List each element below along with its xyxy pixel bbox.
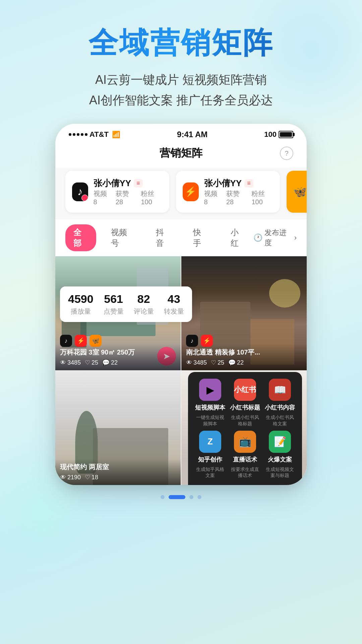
- tab-kuaishou[interactable]: 快手: [185, 224, 216, 251]
- account-name-2: 张小倩YY: [204, 177, 242, 189]
- stat-likes-2: 获赞 28: [226, 189, 245, 206]
- account-stats-2: 视频 8 获赞 28 粉丝 100: [204, 189, 274, 206]
- tab-shipinhao[interactable]: 视频号: [103, 224, 141, 251]
- signal-dot-3: [77, 133, 79, 136]
- ai-tool-zhihu[interactable]: Z 知乎创作 生成知乎风格文案: [195, 431, 226, 478]
- dot-1[interactable]: [161, 495, 165, 499]
- account-top-2: ⚡ 张小倩YY ≡ 视频 8 获赞 28 粉丝 100: [183, 177, 273, 206]
- video-comments-2: 💬 22: [228, 359, 244, 366]
- account-info-2: 张小倩YY ≡ 视频 8 获赞 28 粉丝 100: [204, 177, 274, 206]
- stat-plays-label: 播放量: [68, 307, 94, 316]
- comments-num-2: 22: [237, 359, 244, 366]
- views-num-2: 3485: [193, 359, 207, 366]
- ai-tool-xiaohongshu-content[interactable]: 📖 小红书内容 生成小红书风格文案: [264, 379, 295, 426]
- eye-icon-2: 👁: [186, 359, 192, 366]
- video-info-1: 万科花园 3室 90㎡ 250万 👁 3485 ♡ 25 💬: [55, 344, 181, 370]
- account-avatar-1: ♪: [72, 182, 88, 201]
- video-info-2: 南北通透 精装修 107平... 👁 3485 ♡ 25 💬: [181, 344, 307, 370]
- stat-comments: 82 评论量: [134, 292, 154, 316]
- stat-likes-label: 点赞量: [104, 307, 124, 316]
- publish-progress-label: 发布进度: [264, 228, 292, 248]
- accounts-scroll[interactable]: ♪ 张小倩YY ≡ 视频 8 获赞 28 粉丝 100: [55, 167, 307, 219]
- tab-douyin[interactable]: 抖音: [148, 224, 179, 251]
- ai-tool-viral-copy[interactable]: 📝 火爆文案 生成短视频文案与标题: [264, 431, 295, 478]
- video-views-3: 👁 2190: [60, 474, 81, 481]
- clock-icon: 🕐: [253, 233, 262, 242]
- carrier-label: AT&T: [89, 130, 109, 139]
- platform-tag-1: ≡: [134, 179, 143, 187]
- account-name-row-1: 张小倩YY ≡: [94, 177, 163, 189]
- comment-icon-1: 💬: [102, 359, 110, 366]
- comments-num-1: 22: [111, 359, 118, 366]
- signal-dot-1: [69, 133, 71, 136]
- views-num-3: 2190: [67, 474, 81, 481]
- ai-icon-live-script: 📺: [234, 431, 256, 453]
- video-likes-1: ♡ 25: [85, 359, 98, 366]
- stat-comments-label: 评论量: [134, 307, 154, 316]
- heart-icon-3: ♡: [85, 474, 90, 481]
- heart-icon-2: ♡: [211, 359, 216, 366]
- status-left: AT&T 📶: [69, 130, 120, 139]
- stat-shares-label: 转发量: [164, 307, 184, 316]
- account-top-1: ♪ 张小倩YY ≡ 视频 8 获赞 28 粉丝 100: [72, 177, 163, 206]
- eye-icon-1: 👁: [60, 359, 66, 366]
- battery-fill: [280, 132, 292, 137]
- ai-tool-name-1: 短视频脚本: [195, 404, 225, 412]
- stat-likes-num: 561: [104, 292, 124, 306]
- account-card-3[interactable]: 🦋: [287, 171, 307, 213]
- video-stats-1: 👁 3485 ♡ 25 💬 22: [60, 359, 176, 366]
- main-title: 全域营销矩阵: [20, 27, 342, 59]
- platform-tag-2: ≡: [244, 179, 253, 187]
- kuaishou-icon: ⚡: [185, 186, 196, 197]
- video-likes-2: ♡ 25: [211, 359, 224, 366]
- tab-all[interactable]: 全部: [65, 224, 96, 251]
- ai-icon-xiaohongshu-content: 📖: [269, 379, 291, 401]
- video-stats-3: 👁 2190 ♡ 18: [60, 474, 176, 481]
- likes-num-1: 25: [92, 359, 98, 366]
- filter-section: 全部 视频号 抖音 快手 小红 🕐 发布进度 ›: [55, 219, 307, 256]
- ai-tool-video-script[interactable]: ▶ 短视频脚本 一键生成短视频脚本: [195, 379, 226, 426]
- ai-tool-live-script[interactable]: 📺 直播话术 按要求生成直播话术: [230, 431, 260, 478]
- phone-wrapper: AT&T 📶 9:41 AM 100 营销矩阵 ? ♪: [0, 124, 362, 485]
- video-likes-3: ♡ 18: [85, 474, 98, 481]
- stat-fans-1: 粉丝 100: [141, 189, 163, 206]
- chevron-right-icon: ›: [294, 233, 297, 242]
- stat-likes-1: 获赞 28: [116, 189, 134, 206]
- video-views-1: 👁 3485: [60, 359, 81, 366]
- publish-progress[interactable]: 🕐 发布进度 ›: [253, 228, 297, 248]
- ai-tool-name-5: 直播话术: [233, 455, 257, 464]
- ai-tool-desc-2: 生成小红书风格标题: [230, 414, 260, 426]
- battery-icon: [279, 131, 293, 138]
- page-title: 营销矩阵: [160, 146, 202, 161]
- moon-shape: [269, 279, 301, 308]
- video-card-3[interactable]: 现代简约 两居室 👁 2190 ♡ 18: [55, 371, 181, 485]
- dot-3[interactable]: [189, 495, 193, 499]
- ai-tool-xiaohongshu-title[interactable]: 小红书 小红书标题 生成小红书风格标题: [230, 379, 260, 426]
- ai-tool-name-3: 小红书内容: [265, 404, 295, 412]
- stat-comments-num: 82: [134, 292, 154, 306]
- account-stats-1: 视频 8 获赞 28 粉丝 100: [94, 189, 163, 206]
- account-card-1[interactable]: ♪ 张小倩YY ≡ 视频 8 获赞 28 粉丝 100: [65, 171, 169, 213]
- dot-4[interactable]: [197, 495, 201, 499]
- account-name-1: 张小倩YY: [94, 177, 131, 189]
- help-icon[interactable]: ?: [280, 147, 293, 160]
- dot-2-active[interactable]: [169, 495, 185, 499]
- tab-xiaohongshu[interactable]: 小红: [223, 224, 253, 251]
- ai-tool-name-4: 知乎创作: [198, 455, 222, 464]
- floating-stats-card: 4590 播放量 561 点赞量 82 评论量 43 转发量: [60, 286, 192, 322]
- ai-tool-desc-1: 一键生成短视频脚本: [195, 414, 226, 426]
- video-card-2[interactable]: ♪ ⚡ 南北通透 精装修 107平... 👁 3485 ♡: [181, 256, 307, 370]
- phone-mockup: AT&T 📶 9:41 AM 100 营销矩阵 ? ♪: [55, 124, 307, 485]
- account-card-2[interactable]: ⚡ 张小倩YY ≡ 视频 8 获赞 28 粉丝 100: [176, 171, 280, 213]
- battery-label: 100: [264, 130, 277, 139]
- filter-tabs: 全部 视频号 抖音 快手 小红: [65, 224, 253, 251]
- stat-videos-1: 视频 8: [94, 189, 109, 206]
- status-bar: AT&T 📶 9:41 AM 100: [55, 124, 307, 143]
- douyin-badge: [81, 195, 88, 201]
- likes-num-2: 25: [218, 359, 224, 366]
- signal-dot-5: [85, 133, 87, 136]
- video-card-4[interactable]: ▶ 短视频脚本 一键生成短视频脚本 小红书 小红书标题 生成小红书风格标题 📖 …: [181, 371, 307, 485]
- signal-dot-4: [81, 133, 83, 136]
- likes-num-3: 18: [92, 474, 98, 481]
- stat-shares: 43 转发量: [164, 292, 184, 316]
